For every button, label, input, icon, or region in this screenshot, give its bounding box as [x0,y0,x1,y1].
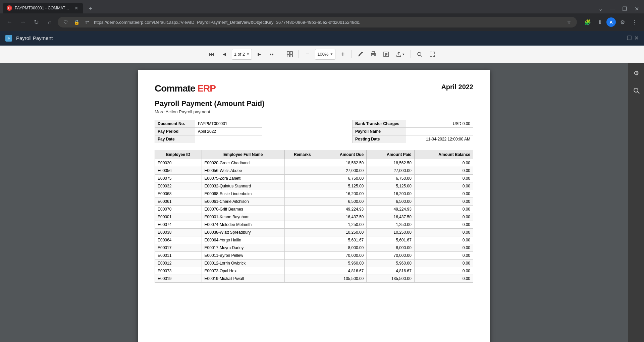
cell-empid: E00011 [155,252,202,260]
cell-amtdue: 4,816.67 [320,267,366,275]
cell-amtbalance: 0.00 [414,182,473,190]
pdf-toolbar: ⏮ ◄ 1 of 2 ▼ ► ⏭ − 100% ▼ + ▼ [0,46,644,63]
extensions-button[interactable]: 🧩 [582,17,593,27]
table-row: E00075 E00075-Zora Zanetti 6,750.00 6,75… [155,175,473,182]
cell-empid: E00068 [155,190,202,198]
separator-3 [352,50,352,58]
app-title: Payroll Payment [16,35,623,41]
home-button[interactable]: ⌂ [44,17,55,27]
cell-amtpaid: 16,437.50 [367,213,415,221]
cell-empid: E00001 [155,213,202,221]
tab-close-button[interactable]: ✕ [74,5,79,11]
info-row-docno: Document No. PAYPMT000001 [155,120,262,128]
menu-button[interactable]: ⋮ [629,17,640,27]
table-row: E00011 E00011-Byron Pellew 70,000.00 70,… [155,252,473,260]
zoom-in-button[interactable]: + [337,49,348,60]
posting-date-label: Posting Date [353,135,406,143]
cell-amtpaid: 6,500.00 [367,198,415,206]
cell-empid: E00064 [155,236,202,244]
profile-button[interactable]: A [606,17,616,27]
table-row: E00038 E00038-Wiatt Spreadbury 10,250.00… [155,229,473,236]
cell-amtdue: 8,000.00 [320,244,366,252]
cell-remarks [284,206,320,213]
sidebar-search-button[interactable] [630,84,642,97]
cell-amtpaid: 10,250.00 [367,229,415,236]
forward-button[interactable]: → [17,17,28,27]
cell-amtbalance: 0.00 [414,221,473,229]
window-maximize-button[interactable]: ❐ [620,4,629,13]
cell-remarks [284,175,320,182]
share-button[interactable]: ▼ [393,49,407,60]
prev-page-button[interactable]: ◄ [219,49,230,60]
logo-area: Commate ERP [155,83,265,94]
header-right: April 2022 [441,83,473,91]
next-page-button[interactable]: ► [254,49,265,60]
cell-amtpaid: 4,816.67 [367,267,415,275]
pdf-viewport[interactable]: Commate ERP Payroll Payment (Amount Paid… [0,63,628,342]
reload-button[interactable]: ↻ [31,17,42,27]
cell-amtpaid: 5,125.00 [367,182,415,190]
cell-amtdue: 70,000.00 [320,252,366,260]
app-resize-button[interactable]: ❐ [627,35,632,41]
logo-text: Commate ERP [155,83,216,94]
cell-amtbalance: 0.00 [414,206,473,213]
cell-remarks [284,182,320,190]
back-button[interactable]: ← [4,17,15,27]
svg-point-18 [634,88,638,92]
page-dropdown-icon[interactable]: ▼ [246,52,250,56]
window-close-button[interactable]: ✕ [632,4,641,13]
cell-amtdue: 16,200.00 [320,190,366,198]
col-header-empname: Employee Full Name [202,150,284,159]
tab-action-list[interactable]: ⌄ [596,4,605,13]
cell-empname: E00061-Cherie Aitchison [202,198,284,206]
cell-amtdue: 6,750.00 [320,175,366,182]
svg-text:C: C [8,6,10,10]
cell-remarks [284,229,320,236]
cell-empid: E00017 [155,244,202,252]
table-body: E00020 E00020-Greer Chadband 18,562.50 1… [155,159,473,283]
search-button[interactable] [414,49,425,60]
cell-amtbalance: 0.00 [414,244,473,252]
col-header-amtbalance: Amount Balance [414,150,473,159]
extensions2-button[interactable]: ⚙ [617,17,628,27]
page-indicator[interactable]: 1 of 2 ▼ [232,49,252,60]
svg-rect-7 [290,55,292,57]
cell-empname: E00070-Griff Beames [202,206,284,213]
cell-amtdue: 5,601.67 [320,236,366,244]
cell-empid: E00075 [155,175,202,182]
svg-text:P: P [8,37,10,40]
new-tab-button[interactable]: + [86,4,95,13]
print-button[interactable] [368,49,379,60]
cell-amtbalance: 0.00 [414,267,473,275]
fullscreen-button[interactable] [427,49,438,60]
sidebar-settings-button[interactable]: ⚙ [630,67,642,79]
cell-amtbalance: 0.00 [414,252,473,260]
last-page-button[interactable]: ⏭ [267,49,277,60]
zoom-out-button[interactable]: − [302,49,313,60]
browser-window: C PAYPMT000001 - COMMATE ER... ✕ + ⌄ — ❐… [0,0,644,342]
cell-remarks [284,252,320,260]
svg-rect-6 [287,55,289,57]
zoom-indicator[interactable]: 100% ▼ [315,49,335,60]
cell-remarks [284,244,320,252]
col-header-empid: Employee ID [155,150,202,159]
downloads-button[interactable]: ⬇ [594,17,605,27]
grid-view-button[interactable] [284,49,295,60]
app-close-button[interactable]: ✕ [634,35,639,41]
cell-amtdue: 1,250.00 [320,221,366,229]
active-tab[interactable]: C PAYPMT000001 - COMMATE ER... ✕ [3,3,83,13]
separator-2 [299,50,299,58]
address-field[interactable]: 🛡 🔒 ⇄ https://demo.commateerp.com/Defaul… [58,17,577,27]
edit-button[interactable] [355,49,366,60]
table-header-row: Employee ID Employee Full Name Remarks A… [155,150,473,159]
zoom-dropdown-icon[interactable]: ▼ [330,52,333,56]
cell-empname: E00064-Yorgo Hallin [202,236,284,244]
cell-amtbalance: 0.00 [414,167,473,175]
pay-period-value: April 2022 [195,128,262,135]
window-minimize-button[interactable]: — [608,4,617,13]
first-page-button[interactable]: ⏮ [206,49,217,60]
star-icon[interactable]: ☆ [565,18,573,26]
print2-button[interactable] [381,49,391,60]
cell-amtpaid: 5,960.00 [367,260,415,267]
table-row: E00017 E00017-Moyra Darley 8,000.00 8,00… [155,244,473,252]
